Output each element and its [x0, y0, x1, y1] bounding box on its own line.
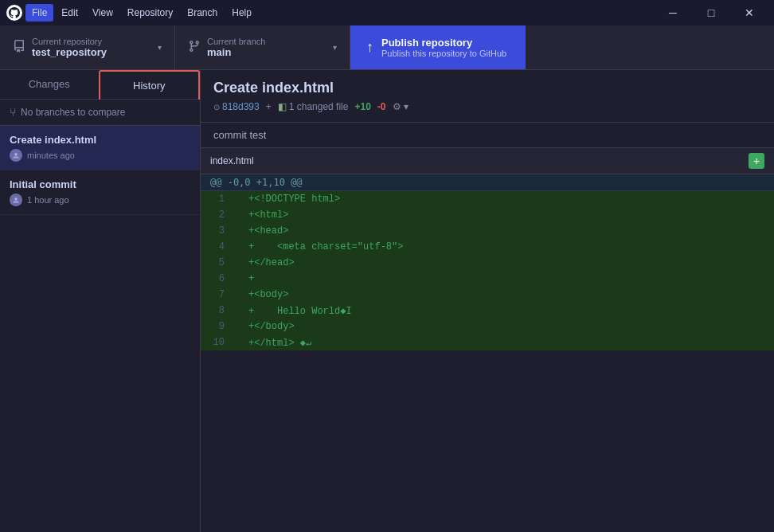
- content-header: Create index.html ⊙ 818d393 + ◧ 1 change…: [201, 70, 774, 123]
- meta-separator: +: [266, 101, 272, 112]
- commit-hash: ⊙ 818d393: [213, 101, 260, 112]
- diff-lines: 1+<!DOCTYPE html>2+<html>3+<head>4+ <met…: [201, 191, 774, 350]
- diff-line-content: +</html> ◆↵: [245, 337, 311, 349]
- diff-line: 9+</body>: [201, 319, 774, 334]
- diff-line-number: 4: [201, 241, 233, 252]
- hash-value: 818d393: [222, 101, 260, 112]
- publish-title: Publish repository: [381, 37, 506, 49]
- repo-name: test_repository: [32, 46, 107, 58]
- deletions-count: -0: [377, 101, 386, 112]
- diff-line: 3+<head>: [201, 223, 774, 239]
- additions-count: +10: [354, 101, 370, 112]
- commit-item-1[interactable]: Initial commit 1 hour ago: [0, 170, 200, 215]
- diff-line: 1+<!DOCTYPE html>: [201, 191, 774, 207]
- repo-icon: [13, 40, 25, 56]
- commit-avatar-1: [10, 194, 22, 206]
- diff-line-number: 9: [201, 321, 233, 332]
- commit-list: Create index.html minutes ago Initial co…: [0, 126, 200, 532]
- commit-time-0: minutes ago: [27, 151, 75, 160]
- menu-file[interactable]: File: [25, 4, 53, 22]
- diff-line-content: +</body>: [245, 321, 295, 332]
- diff-line-content: +</head>: [245, 257, 295, 268]
- diff-line-content: + Hello World◆I: [245, 305, 352, 317]
- commit-time-1: 1 hour ago: [27, 195, 69, 205]
- minimize-button[interactable]: ─: [655, 0, 691, 25]
- diff-line-number: 7: [201, 289, 233, 300]
- settings-icon[interactable]: ⚙ ▾: [393, 101, 408, 112]
- diff-line: 5+</head>: [201, 255, 774, 271]
- main-layout: Changes History ⑂ No branches to compare…: [0, 70, 774, 532]
- diff-line-content: + <meta charset="utf-8">: [245, 241, 403, 252]
- commit-meta-0: minutes ago: [10, 149, 190, 162]
- current-repo-section[interactable]: Current repository test_repository ▾: [0, 25, 175, 69]
- commit-title-0: Create index.html: [10, 134, 190, 146]
- hash-icon: ⊙: [213, 103, 220, 111]
- commit-heading: Create index.html: [213, 80, 761, 96]
- sidebar: Changes History ⑂ No branches to compare…: [0, 70, 201, 532]
- diff-line-content: +: [245, 273, 254, 284]
- tab-changes[interactable]: Changes: [0, 70, 99, 99]
- changed-files: ◧ 1 changed file: [278, 101, 349, 112]
- publish-text: Publish repository Publish this reposito…: [381, 37, 506, 58]
- publish-section[interactable]: ↑ Publish repository Publish this reposi…: [350, 25, 526, 69]
- commit-title-1: Initial commit: [10, 178, 190, 190]
- branch-label: Current branch: [207, 37, 265, 46]
- repo-text: Current repository test_repository: [32, 37, 107, 58]
- diff-line: 6+: [201, 271, 774, 287]
- commit-message-text: commit test: [213, 129, 266, 141]
- tab-history[interactable]: History: [99, 70, 201, 100]
- branch-name: main: [207, 46, 265, 58]
- repo-label: Current repository: [32, 37, 107, 46]
- title-bar: File Edit View Repository Branch Help ─ …: [0, 0, 774, 25]
- diff-line: 8+ Hello World◆I: [201, 303, 774, 319]
- commit-meta-bar: ⊙ 818d393 + ◧ 1 changed file +10 -0 ⚙ ▾: [213, 101, 761, 112]
- diff-line: 2+<html>: [201, 207, 774, 223]
- diff-line-number: 1: [201, 194, 233, 205]
- diff-line: 4+ <meta charset="utf-8">: [201, 239, 774, 255]
- diff-expand-button[interactable]: +: [749, 153, 764, 169]
- menu-repository[interactable]: Repository: [121, 4, 179, 22]
- close-button[interactable]: ✕: [731, 0, 768, 25]
- compare-icon: ⑂: [10, 106, 16, 119]
- changed-icon: ◧: [278, 101, 287, 112]
- branch-text: Current branch main: [207, 37, 265, 58]
- commit-message: commit test: [201, 123, 774, 148]
- commit-item-0[interactable]: Create index.html minutes ago: [0, 126, 200, 170]
- maximize-button[interactable]: □: [693, 0, 729, 25]
- diff-line-number: 3: [201, 225, 233, 237]
- branch-icon: [188, 40, 201, 56]
- diff-container[interactable]: index.html + @@ -0,0 +1,10 @@ 1+<!DOCTYP…: [201, 148, 774, 532]
- menu-branch[interactable]: Branch: [181, 4, 224, 22]
- commit-meta-1: 1 hour ago: [10, 194, 190, 206]
- diff-line-content: +<body>: [245, 289, 288, 300]
- diff-line-content: +<html>: [245, 209, 288, 221]
- title-bar-left: File Edit View Repository Branch Help: [6, 4, 258, 22]
- publish-icon: ↑: [366, 39, 373, 56]
- toolbar: Current repository test_repository ▾ Cur…: [0, 25, 774, 70]
- diff-line-number: 8: [201, 305, 233, 316]
- diff-filename: index.html: [210, 155, 254, 166]
- diff-line: 10+</html> ◆↵: [201, 334, 774, 350]
- branch-compare: ⑂ No branches to compare: [0, 100, 200, 126]
- diff-line-content: +<head>: [245, 225, 288, 237]
- menu-bar: File Edit View Repository Branch Help: [25, 4, 258, 22]
- menu-help[interactable]: Help: [225, 4, 258, 22]
- diff-line-number: 2: [201, 209, 233, 221]
- app-logo: [6, 5, 22, 21]
- publish-sub: Publish this repository to GitHub: [381, 49, 506, 58]
- diff-line-content: +<!DOCTYPE html>: [245, 194, 340, 205]
- sidebar-tabs: Changes History: [0, 70, 200, 100]
- diff-line-number: 6: [201, 273, 233, 284]
- menu-view[interactable]: View: [86, 4, 119, 22]
- diff-line-number: 5: [201, 257, 233, 268]
- diff-line: 7+<body>: [201, 287, 774, 303]
- current-branch-section[interactable]: Current branch main ▾: [175, 25, 350, 69]
- diff-file-header: index.html +: [201, 148, 774, 174]
- content-area: Create index.html ⊙ 818d393 + ◧ 1 change…: [201, 70, 774, 532]
- diff-line-number: 10: [201, 337, 233, 348]
- changed-label: 1 changed file: [289, 101, 349, 112]
- branch-dropdown-arrow: ▾: [333, 43, 337, 52]
- menu-edit[interactable]: Edit: [55, 4, 84, 22]
- window-controls: ─ □ ✕: [655, 0, 768, 25]
- commit-avatar-0: [10, 149, 22, 162]
